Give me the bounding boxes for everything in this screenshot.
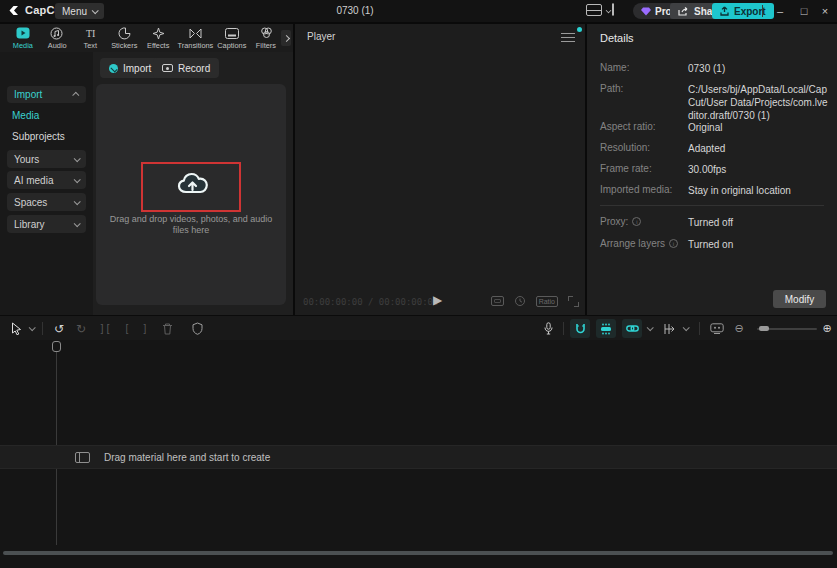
info-icon[interactable]: i (669, 239, 678, 248)
bowtie-icon (189, 26, 202, 40)
detail-label-path: Path: (600, 83, 623, 94)
tab-overflow-button[interactable] (281, 30, 291, 46)
chevron-right-icon (282, 34, 289, 41)
player-header: Player (295, 24, 585, 48)
project-title: 0730 (1) (295, 5, 415, 16)
sidebar-item-label: Library (14, 219, 45, 230)
shield-icon (192, 322, 203, 335)
export-upload-icon (720, 6, 729, 16)
tab-effects[interactable]: Effects (142, 26, 176, 50)
chevron-down-icon (74, 198, 81, 205)
player-menu-icon[interactable] (561, 33, 575, 45)
tab-label: Audio (47, 41, 66, 49)
delete-button[interactable] (158, 316, 176, 341)
auto-snap-toggle[interactable] (596, 319, 616, 338)
mask-button[interactable] (188, 316, 206, 341)
chevron-down-icon (74, 220, 81, 227)
main-track-magnet-toggle[interactable] (570, 319, 590, 338)
empty-track-row[interactable]: Drag material here and start to create (0, 445, 837, 469)
close-button[interactable]: × (813, 0, 837, 22)
minimize-button[interactable]: – (768, 0, 792, 22)
ratio-button[interactable]: Ratio (536, 296, 558, 307)
preview-axis-dropdown[interactable] (680, 316, 690, 341)
modify-button[interactable]: Modify (773, 290, 826, 308)
magnet-icon (575, 323, 586, 334)
chevron-up-icon (72, 92, 79, 99)
mirror-preview-icon[interactable] (491, 296, 504, 306)
toolbar-divider (563, 322, 564, 335)
player-title: Player (307, 31, 335, 42)
capcut-logo-icon (8, 5, 21, 16)
sidebar-item-media[interactable]: Media (12, 110, 39, 121)
import-label: Import (123, 63, 151, 74)
trim-left-button[interactable]: [ (120, 316, 134, 341)
playhead-handle[interactable] (52, 341, 61, 352)
media-dropzone[interactable]: Drag and drop videos, photos, and audio … (96, 84, 286, 305)
detail-value-path: C:/Users/bj/AppData/Local/CapCut/User Da… (688, 83, 830, 122)
detail-label-arrange-layers: Arrange layers i (600, 238, 678, 249)
detail-label-resolution: Resolution: (600, 142, 650, 153)
import-button[interactable]: Import (100, 58, 160, 78)
detail-value-arrange-layers: Turned on (688, 238, 830, 251)
captions-icon (225, 26, 239, 40)
timeline-zoom-out-button[interactable]: ⊖ (731, 316, 747, 341)
split-button[interactable]: ][ (94, 316, 116, 341)
sparkle-icon (152, 26, 165, 40)
timeline-area[interactable]: Drag material here and start to create (0, 340, 837, 568)
render-preview-button[interactable] (707, 316, 727, 341)
timeline-horizontal-scrollbar[interactable] (3, 551, 833, 555)
link-toggle[interactable] (622, 319, 642, 338)
menu-button[interactable]: Menu (55, 3, 104, 19)
tab-audio[interactable]: Audio (40, 26, 74, 50)
layout-compact-button[interactable] (612, 4, 614, 15)
detail-value-proxy: Turned off (688, 216, 830, 229)
trim-right-button[interactable]: ] (138, 316, 152, 341)
export-button[interactable]: Export (712, 3, 774, 19)
tab-text[interactable]: TI Text (74, 26, 108, 50)
timeline-zoom-in-button[interactable]: ⊕ (819, 316, 835, 341)
record-button[interactable]: Record (153, 58, 219, 78)
tab-label: Effects (147, 41, 169, 49)
tab-filters[interactable]: Filters (249, 26, 283, 50)
sidebar-item-ai-media[interactable]: AI media (7, 171, 86, 189)
play-button[interactable]: ▶ (433, 293, 442, 307)
info-icon[interactable]: i (632, 217, 641, 226)
sidebar-item-spaces[interactable]: Spaces (7, 193, 86, 211)
detail-label-name: Name: (600, 62, 629, 73)
chevron-down-icon (92, 7, 99, 14)
snap-icon (600, 323, 612, 335)
tab-captions[interactable]: Captions (215, 26, 249, 50)
media-library-panel: Media Audio TI Text Stickers (0, 24, 293, 315)
details-divider (600, 205, 824, 206)
titlebar-divider (762, 5, 763, 17)
preview-axis-button[interactable] (660, 316, 678, 341)
detail-label-text: Arrange layers (600, 238, 665, 249)
tab-label: Transitions (177, 41, 213, 49)
render-preview-icon (710, 323, 724, 334)
voiceover-button[interactable] (540, 316, 556, 341)
sidebar-item-library[interactable]: Library (7, 215, 86, 233)
redo-button[interactable]: ↻ (72, 316, 90, 341)
chevron-down-icon (74, 176, 81, 183)
tab-transitions[interactable]: Transitions (175, 26, 215, 50)
fullscreen-icon[interactable] (568, 296, 579, 307)
media-sidebar: Import Media Subprojects Yours AI media … (0, 52, 93, 315)
detail-label-proxy: Proxy: i (600, 216, 641, 227)
sidebar-item-import[interactable]: Import (7, 86, 86, 103)
sidebar-item-subprojects[interactable]: Subprojects (12, 131, 65, 142)
media-content-area: Import Record Drag and drop videos, phot… (93, 52, 293, 315)
timeline-empty-hint: Drag material here and start to create (104, 452, 270, 463)
text-icon: TI (86, 26, 95, 40)
layout-toggle-button[interactable] (586, 4, 611, 16)
select-tool-dropdown[interactable] (26, 316, 36, 341)
tab-media[interactable]: Media (6, 26, 40, 50)
sidebar-item-label: AI media (14, 175, 53, 186)
select-tool-button[interactable] (8, 316, 24, 341)
quality-icon[interactable] (514, 295, 526, 307)
toolbar-divider (42, 322, 43, 335)
timeline-zoom-handle[interactable] (759, 326, 769, 331)
sidebar-item-yours[interactable]: Yours (7, 150, 86, 168)
undo-button[interactable]: ↺ (50, 316, 68, 341)
tab-stickers[interactable]: Stickers (108, 26, 142, 50)
link-dropdown[interactable] (644, 316, 654, 341)
